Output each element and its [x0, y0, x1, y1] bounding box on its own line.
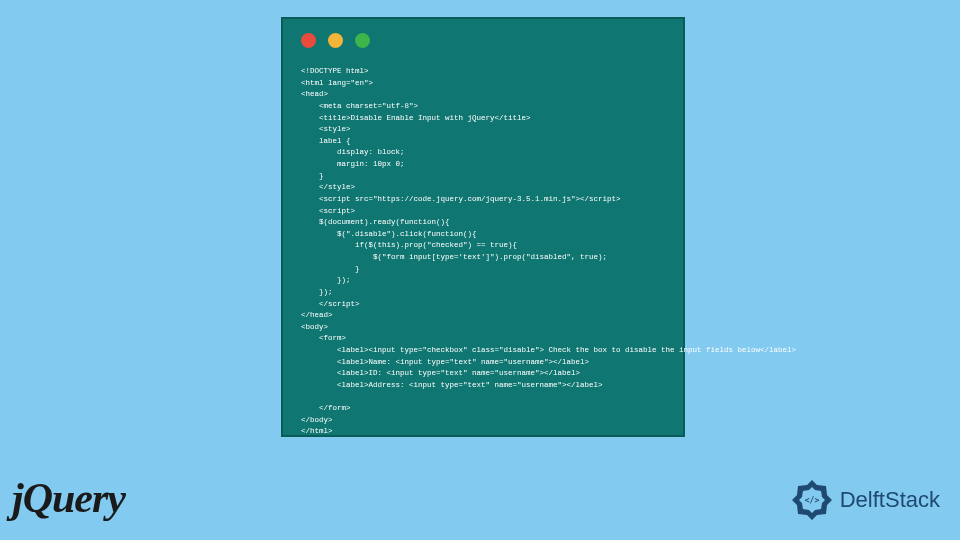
code-content: <!DOCTYPE html> <html lang="en"> <head> … [283, 62, 683, 442]
delftstack-icon: </> [790, 478, 834, 522]
maximize-icon [355, 33, 370, 48]
window-controls [283, 19, 683, 62]
jquery-logo: jQuery [12, 474, 125, 522]
code-window: <!DOCTYPE html> <html lang="en"> <head> … [281, 17, 685, 437]
close-icon [301, 33, 316, 48]
delftstack-text: DelftStack [840, 487, 940, 513]
svg-text:</>: </> [805, 496, 820, 505]
minimize-icon [328, 33, 343, 48]
delftstack-logo: </> DelftStack [790, 478, 940, 522]
